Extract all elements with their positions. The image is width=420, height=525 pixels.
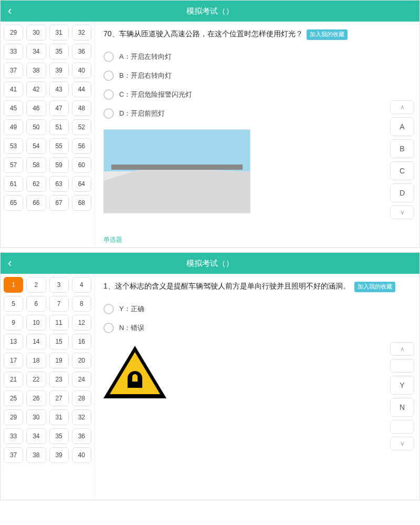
option-row[interactable]: N：错误 bbox=[103, 318, 411, 337]
question-nav-20[interactable]: 20 bbox=[72, 353, 91, 368]
question-nav-37[interactable]: 37 bbox=[4, 63, 23, 78]
question-nav-38[interactable]: 38 bbox=[26, 63, 46, 78]
question-nav-12[interactable]: 12 bbox=[72, 315, 91, 331]
question-nav-19[interactable]: 19 bbox=[49, 353, 69, 368]
question-nav-9[interactable]: 9 bbox=[4, 315, 23, 331]
question-nav-66[interactable]: 66 bbox=[26, 195, 46, 211]
question-nav-26[interactable]: 26 bbox=[26, 390, 46, 406]
question-nav-25[interactable]: 25 bbox=[4, 390, 23, 406]
question-nav-44[interactable]: 44 bbox=[72, 81, 91, 97]
question-nav-31[interactable]: 31 bbox=[49, 25, 69, 40]
option-row[interactable]: C：开启危险报警闪光灯 bbox=[103, 85, 411, 104]
question-nav-6[interactable]: 6 bbox=[26, 296, 46, 312]
question-nav-7[interactable]: 7 bbox=[49, 296, 69, 312]
question-nav-21[interactable]: 21 bbox=[4, 372, 23, 387]
back-icon[interactable]: ‹ bbox=[1, 256, 19, 270]
question-nav-40[interactable]: 40 bbox=[72, 63, 91, 78]
question-nav-29[interactable]: 29 bbox=[4, 25, 23, 40]
question-nav-68[interactable]: 68 bbox=[72, 195, 91, 211]
favorite-button[interactable]: 加入我的收藏 bbox=[307, 29, 348, 40]
option-row[interactable]: A：开启左转向灯 bbox=[103, 47, 411, 66]
question-nav-15[interactable]: 15 bbox=[49, 334, 69, 349]
answer-c-button[interactable]: C bbox=[390, 161, 414, 180]
question-nav-29[interactable]: 29 bbox=[4, 409, 23, 425]
question-nav-32[interactable]: 32 bbox=[72, 25, 91, 40]
question-nav-43[interactable]: 43 bbox=[49, 81, 69, 97]
question-nav-24[interactable]: 24 bbox=[72, 372, 91, 387]
scroll-down-button[interactable]: ∨ bbox=[390, 437, 414, 450]
question-nav-28[interactable]: 28 bbox=[72, 390, 91, 406]
question-nav-4[interactable]: 4 bbox=[72, 277, 91, 293]
question-nav-13[interactable]: 13 bbox=[4, 334, 23, 349]
question-nav-57[interactable]: 57 bbox=[4, 157, 23, 173]
question-nav-16[interactable]: 16 bbox=[72, 334, 91, 349]
back-icon[interactable]: ‹ bbox=[1, 4, 19, 18]
question-nav-52[interactable]: 52 bbox=[72, 119, 91, 135]
question-nav-54[interactable]: 54 bbox=[26, 138, 46, 154]
question-nav-42[interactable]: 42 bbox=[26, 81, 46, 97]
question-nav-65[interactable]: 65 bbox=[4, 195, 23, 211]
question-nav-47[interactable]: 47 bbox=[49, 100, 69, 116]
question-nav-35[interactable]: 35 bbox=[49, 428, 69, 444]
scroll-down-button[interactable]: ∨ bbox=[390, 205, 414, 219]
question-nav-17[interactable]: 17 bbox=[4, 353, 23, 368]
question-nav-27[interactable]: 27 bbox=[49, 390, 69, 406]
question-nav-32[interactable]: 32 bbox=[72, 409, 91, 425]
question-nav-67[interactable]: 67 bbox=[49, 195, 69, 211]
question-nav-34[interactable]: 34 bbox=[26, 44, 46, 59]
question-nav-11[interactable]: 11 bbox=[49, 315, 69, 331]
question-nav-18[interactable]: 18 bbox=[26, 353, 46, 368]
question-nav-38[interactable]: 38 bbox=[26, 447, 46, 463]
question-nav-33[interactable]: 33 bbox=[4, 428, 23, 444]
question-nav-14[interactable]: 14 bbox=[26, 334, 46, 349]
question-nav-41[interactable]: 41 bbox=[4, 81, 23, 97]
question-nav-45[interactable]: 45 bbox=[4, 100, 23, 116]
scroll-up-button[interactable]: ∧ bbox=[390, 342, 414, 356]
question-nav-55[interactable]: 55 bbox=[49, 138, 69, 154]
answer-a-button[interactable]: A bbox=[390, 117, 414, 136]
answer-d-button[interactable]: D bbox=[390, 183, 414, 202]
question-nav-62[interactable]: 62 bbox=[26, 176, 46, 192]
question-nav-1[interactable]: 1 bbox=[4, 277, 23, 293]
scroll-up-button[interactable]: ∧ bbox=[390, 100, 414, 114]
question-nav-37[interactable]: 37 bbox=[4, 447, 23, 463]
answer-n-button[interactable]: N bbox=[390, 398, 414, 417]
question-nav-39[interactable]: 39 bbox=[49, 447, 69, 463]
answer-y-button[interactable]: Y bbox=[390, 376, 414, 395]
option-row[interactable]: B：开启右转向灯 bbox=[103, 66, 411, 85]
question-nav-58[interactable]: 58 bbox=[26, 157, 46, 173]
question-nav-46[interactable]: 46 bbox=[26, 100, 46, 116]
question-nav-49[interactable]: 49 bbox=[4, 119, 23, 135]
question-nav-22[interactable]: 22 bbox=[26, 372, 46, 387]
question-nav-2[interactable]: 2 bbox=[26, 277, 46, 293]
question-nav-30[interactable]: 30 bbox=[26, 409, 46, 425]
question-nav-36[interactable]: 36 bbox=[72, 44, 91, 59]
question-nav-51[interactable]: 51 bbox=[49, 119, 69, 135]
question-nav-50[interactable]: 50 bbox=[26, 119, 46, 135]
question-nav-63[interactable]: 63 bbox=[49, 176, 69, 192]
question-nav-61[interactable]: 61 bbox=[4, 176, 23, 192]
question-nav-48[interactable]: 48 bbox=[72, 100, 91, 116]
question-nav-30[interactable]: 30 bbox=[26, 25, 46, 40]
question-nav-10[interactable]: 10 bbox=[26, 315, 46, 331]
question-nav-34[interactable]: 34 bbox=[26, 428, 46, 444]
favorite-button[interactable]: 加入我的收藏 bbox=[354, 282, 395, 292]
answer-b-button[interactable]: B bbox=[390, 139, 414, 158]
question-nav-3[interactable]: 3 bbox=[49, 277, 69, 293]
question-nav-53[interactable]: 53 bbox=[4, 138, 23, 154]
question-nav-31[interactable]: 31 bbox=[49, 409, 69, 425]
question-nav-23[interactable]: 23 bbox=[49, 372, 69, 387]
question-nav-36[interactable]: 36 bbox=[72, 428, 91, 444]
question-nav-56[interactable]: 56 bbox=[72, 138, 91, 154]
question-nav-40[interactable]: 40 bbox=[72, 447, 91, 463]
option-row[interactable]: D：开启前照灯 bbox=[103, 104, 411, 123]
question-nav-35[interactable]: 35 bbox=[49, 44, 69, 59]
option-row[interactable]: Y：正确 bbox=[103, 300, 411, 318]
question-nav-8[interactable]: 8 bbox=[72, 296, 91, 312]
question-nav-33[interactable]: 33 bbox=[4, 44, 23, 59]
question-nav-39[interactable]: 39 bbox=[49, 63, 69, 78]
question-nav-5[interactable]: 5 bbox=[4, 296, 23, 312]
question-nav-64[interactable]: 64 bbox=[72, 176, 91, 192]
question-nav-60[interactable]: 60 bbox=[72, 157, 91, 173]
question-nav-59[interactable]: 59 bbox=[49, 157, 69, 173]
